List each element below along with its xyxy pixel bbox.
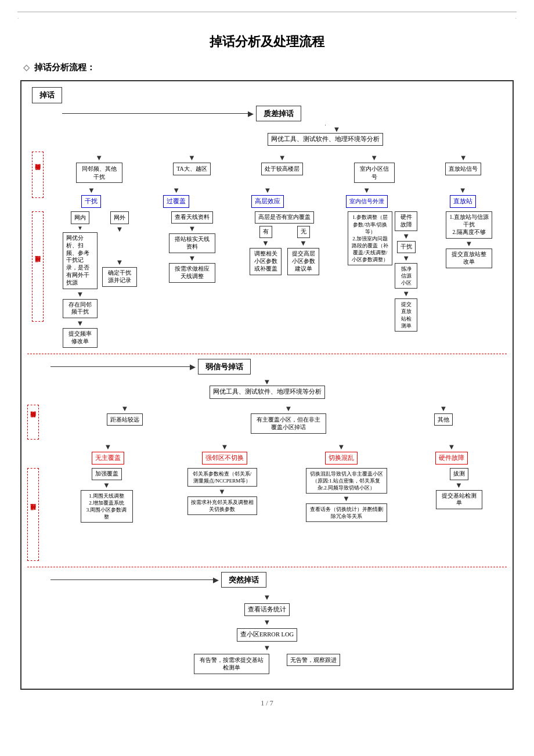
root-box: 掉话 xyxy=(32,87,62,103)
dot-right: · xyxy=(515,15,517,21)
sudden-has-alarm: 有告警，按需求提交基站检测单 xyxy=(194,654,269,674)
sudden-no-alarm: 无告警，观察跟进 xyxy=(287,654,340,667)
sudden-check-traffic: 查看话务统计 xyxy=(244,603,290,616)
header-dots: · · xyxy=(17,15,517,21)
weak-result-hardware: 硬件故障 xyxy=(435,452,468,465)
quality-drop-box: 质差掉话 xyxy=(256,106,301,122)
page-title: 掉话分析及处理流程 xyxy=(17,33,517,51)
weak-result-no-coverage: 无主覆盖 xyxy=(92,452,124,465)
divider-2 xyxy=(27,567,507,567)
top-border xyxy=(17,12,517,12)
problem-type-label: 问题类型分析 xyxy=(32,152,44,198)
dot-left: · xyxy=(17,15,19,21)
cat-1: ▼ 同邻频、其他干扰 xyxy=(76,154,122,183)
cat-2: ▼ TA大、越区 xyxy=(173,154,211,175)
result-repeater: 直放站 xyxy=(450,195,476,208)
result-overcoverage: 过覆盖 xyxy=(163,195,189,208)
weak-signal-box: 弱信号掉话 xyxy=(198,359,251,375)
result-interference: 干扰 xyxy=(81,195,101,208)
arrow-down-1: ▼ xyxy=(333,125,341,133)
analysis-tool-box: 网优工具、测试软件、地理环境等分析 xyxy=(268,133,383,146)
cat-3: ▼ 处于较高楼层 xyxy=(261,154,303,175)
result-indoor-leak: 室内信号外泄 xyxy=(346,195,388,208)
section-header: ◇ 掉话分析流程： xyxy=(23,62,517,73)
problem-type-label-2: 问题类型分析 xyxy=(27,405,39,440)
cat-4: ▼ 室内小区信号 xyxy=(354,154,395,183)
sudden-drop-box: 突然掉话 xyxy=(221,572,266,588)
diamond-icon: ◇ xyxy=(23,63,30,73)
result-high-floor: 高层效应 xyxy=(251,195,284,208)
related-process-label: 相关处理过程 xyxy=(32,211,44,322)
flowchart-wrapper: 掉话 ▶ 质差掉话 ▼ 网优工具、测试软件、地理环境等分析 问题类型分析 xyxy=(20,80,514,690)
weak-result-strong-neighbor: 强邻区不切换 xyxy=(202,452,247,465)
page-footer: 1 / 7 xyxy=(17,699,517,708)
cat-5: ▼ 直放站信号 xyxy=(445,154,481,175)
section-label: 掉话分析流程： xyxy=(34,62,95,73)
weak-result-handover-chaos: 切换混乱 xyxy=(325,452,358,465)
related-process-label-2: 相关处理过程 xyxy=(27,468,39,561)
analysis-tool-box-2: 网优工具、测试软件、地理环境等分析 xyxy=(210,386,325,398)
arrow-to-quality: ▶ xyxy=(248,110,254,117)
sudden-check-error: 查小区ERROR LOG xyxy=(237,628,297,641)
divider-1 xyxy=(27,354,507,354)
